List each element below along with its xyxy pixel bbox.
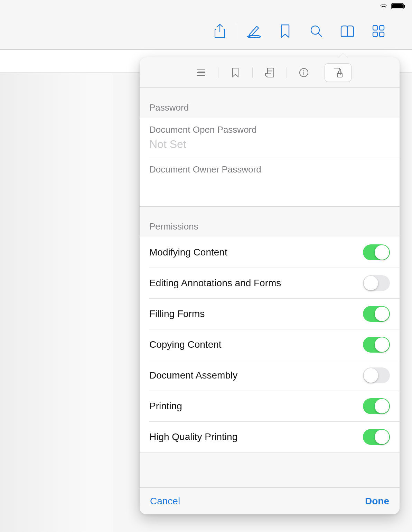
bookmark-button[interactable]	[270, 19, 301, 43]
main-toolbar	[0, 12, 412, 50]
password-block: Document Open Password Document Owner Pa…	[140, 118, 400, 207]
permission-row: Document Assembly	[140, 360, 400, 391]
permission-label: Filling Forms	[149, 308, 205, 319]
tab-separator	[287, 67, 287, 78]
permission-toggle[interactable]	[363, 367, 390, 383]
done-button[interactable]: Done	[365, 496, 389, 507]
document-background	[0, 73, 113, 532]
open-password-row[interactable]: Document Open Password	[140, 118, 400, 158]
tab-security[interactable]	[325, 63, 352, 82]
popover-footer: Cancel Done	[140, 487, 400, 514]
permission-label: Modifying Content	[149, 247, 227, 258]
owner-password-label: Document Owner Password	[149, 164, 390, 175]
wifi-icon	[380, 3, 388, 9]
popover-tab-bar	[140, 57, 400, 88]
permission-toggle[interactable]	[363, 275, 390, 291]
cancel-button[interactable]: Cancel	[150, 496, 180, 507]
share-button[interactable]	[204, 19, 235, 43]
open-password-label: Document Open Password	[149, 124, 390, 135]
permission-label: Document Assembly	[149, 370, 237, 381]
permission-toggle[interactable]	[363, 429, 390, 445]
permission-toggle[interactable]	[363, 244, 390, 260]
permission-row: Copying Content	[140, 329, 400, 360]
permission-label: Copying Content	[149, 339, 222, 350]
permission-row: Editing Annotations and Forms	[140, 268, 400, 298]
tab-separator	[252, 67, 253, 78]
svg-rect-8	[380, 32, 384, 37]
tab-info[interactable]	[290, 63, 317, 82]
permission-row: Modifying Content	[140, 237, 400, 268]
status-bar	[0, 0, 412, 12]
thumbnails-button[interactable]	[363, 19, 394, 43]
open-password-input[interactable]	[149, 135, 390, 156]
password-section-title: Password	[140, 88, 400, 118]
svg-rect-16	[337, 73, 342, 77]
permission-toggle[interactable]	[363, 398, 390, 414]
permissions-list: Modifying ContentEditing Annotations and…	[140, 237, 400, 452]
outline-button[interactable]	[332, 19, 363, 43]
permission-toggle[interactable]	[363, 306, 390, 322]
permission-row: High Quality Printing	[140, 422, 400, 452]
battery-icon	[391, 3, 406, 9]
permissions-section-title: Permissions	[140, 207, 400, 237]
permission-row: Printing	[140, 391, 400, 421]
owner-password-input[interactable]	[149, 175, 390, 196]
permission-label: Printing	[149, 401, 182, 412]
svg-rect-6	[380, 26, 384, 30]
annotate-button[interactable]	[238, 19, 270, 43]
permission-label: Editing Annotations and Forms	[149, 278, 281, 289]
svg-rect-5	[373, 26, 377, 30]
tab-outline[interactable]	[188, 63, 215, 82]
tab-separator	[218, 67, 218, 78]
svg-point-15	[303, 70, 304, 71]
owner-password-row[interactable]: Document Owner Password	[140, 158, 400, 206]
svg-rect-2	[404, 5, 405, 8]
document-info-popover: Password Document Open Password Document…	[140, 57, 400, 514]
search-button[interactable]	[301, 19, 332, 43]
permission-toggle[interactable]	[363, 337, 390, 353]
tab-annotations[interactable]	[256, 63, 283, 82]
tab-separator	[321, 67, 321, 78]
permission-row: Filling Forms	[140, 299, 400, 329]
permission-label: High Quality Printing	[149, 431, 237, 442]
tab-bookmarks[interactable]	[222, 63, 249, 82]
svg-rect-1	[392, 4, 403, 8]
toolbar-separator	[237, 24, 237, 39]
svg-rect-7	[373, 32, 377, 37]
